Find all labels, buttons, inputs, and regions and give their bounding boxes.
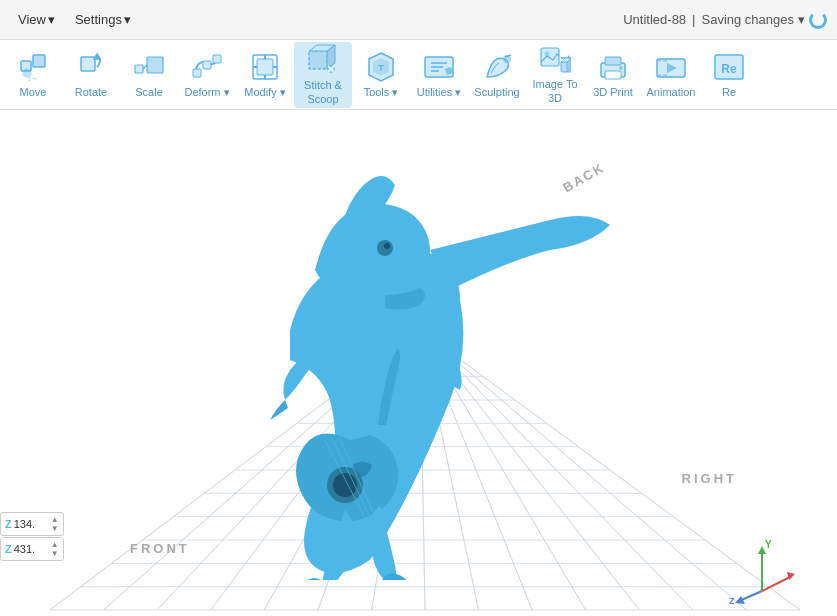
- tool-scale[interactable]: Scale: [120, 42, 178, 108]
- tools-label: Tools ▾: [364, 86, 399, 99]
- modify-icon: [248, 50, 282, 84]
- tool-rotate[interactable]: Rotate: [62, 42, 120, 108]
- z1-label: Z: [5, 518, 12, 530]
- animation-icon: [654, 50, 688, 84]
- svg-rect-10: [203, 61, 211, 69]
- saving-spinner: [809, 11, 827, 29]
- svg-rect-4: [81, 57, 95, 71]
- svg-rect-42: [605, 71, 621, 79]
- utilities-icon: [422, 50, 456, 84]
- move-label: Move: [20, 86, 47, 99]
- 3d-print-label: 3D Print: [593, 86, 633, 99]
- svg-rect-18: [309, 51, 327, 69]
- svg-rect-6: [135, 65, 143, 73]
- svg-point-43: [619, 66, 623, 70]
- svg-point-53: [384, 243, 390, 249]
- tools-icon: T: [364, 50, 398, 84]
- tool-sculpting[interactable]: Sculpting: [468, 42, 526, 108]
- tool-image-to-3d[interactable]: Image To 3D: [526, 42, 584, 108]
- z2-label: Z: [5, 543, 12, 555]
- 3d-print-icon: [596, 50, 630, 84]
- svg-point-55: [333, 473, 357, 497]
- axis-indicator: Y Z: [727, 536, 787, 596]
- stitch-icon: [306, 43, 340, 77]
- right-label: RIGHT: [682, 471, 737, 486]
- scale-label: Scale: [135, 86, 163, 99]
- svg-rect-7: [147, 57, 163, 73]
- svg-text:T: T: [378, 63, 384, 73]
- view-dropdown-icon: ▾: [48, 12, 55, 27]
- sculpting-icon: [480, 50, 514, 84]
- tool-move[interactable]: ↕↔ Move: [4, 42, 62, 108]
- svg-text:↕↔: ↕↔: [28, 75, 39, 82]
- move-icon: ↕↔: [16, 50, 50, 84]
- coord-z1[interactable]: Z ▲ ▼: [0, 512, 64, 536]
- settings-label: Settings: [75, 12, 122, 27]
- document-title-area: Untitled-88 | Saving changes ▾: [623, 11, 827, 29]
- settings-menu[interactable]: Settings ▾: [67, 8, 139, 31]
- utilities-label: Utilities ▾: [417, 86, 462, 99]
- svg-line-62: [762, 576, 792, 591]
- scale-icon: [132, 50, 166, 84]
- svg-marker-5: [94, 54, 100, 59]
- tool-3d-print[interactable]: 3D Print: [584, 42, 642, 108]
- stitch-label: Stitch & Scoop: [296, 79, 350, 105]
- svg-text:Y: Y: [765, 539, 772, 550]
- z1-input[interactable]: [14, 518, 49, 530]
- saving-dropdown-icon: ▾: [798, 12, 805, 27]
- tool-modify[interactable]: Modify ▾: [236, 42, 294, 108]
- svg-rect-49: [663, 74, 667, 77]
- image-to-3d-icon: [538, 44, 572, 76]
- view-label: View: [18, 12, 46, 27]
- z2-input[interactable]: [14, 543, 49, 555]
- saving-status[interactable]: Saving changes ▾: [701, 11, 827, 29]
- 3d-model: [130, 130, 630, 580]
- svg-rect-41: [605, 57, 621, 65]
- rotate-label: Rotate: [75, 86, 107, 99]
- deform-label: Deform ▾: [184, 86, 229, 99]
- rotate-icon: [74, 50, 108, 84]
- svg-rect-47: [663, 59, 667, 62]
- toolbar: ↕↔ Move Rotate: [0, 40, 837, 110]
- svg-rect-1: [33, 55, 45, 67]
- tool-tools[interactable]: T Tools ▾: [352, 42, 410, 108]
- viewport[interactable]: FRONT BACK RIGHT Y Z Z ▲ ▼ Z ▲: [0, 110, 837, 616]
- deform-icon: [190, 50, 224, 84]
- re-label: Re: [722, 86, 736, 99]
- tool-utilities[interactable]: Utilities ▾: [410, 42, 468, 108]
- svg-text:Z: Z: [729, 596, 735, 606]
- view-menu[interactable]: View ▾: [10, 8, 63, 31]
- tool-deform[interactable]: Deform ▾: [178, 42, 236, 108]
- tool-re[interactable]: Re Re: [700, 42, 758, 108]
- svg-rect-9: [193, 69, 201, 77]
- modify-label: Modify ▾: [244, 86, 285, 99]
- svg-rect-34: [541, 48, 559, 66]
- front-label: FRONT: [130, 541, 190, 556]
- title-separator: |: [692, 12, 695, 27]
- tool-animation[interactable]: Animation: [642, 42, 700, 108]
- re-icon: Re: [712, 50, 746, 84]
- z1-arrows[interactable]: ▲ ▼: [51, 515, 59, 533]
- settings-dropdown-icon: ▾: [124, 12, 131, 27]
- svg-text:Re: Re: [721, 62, 737, 76]
- document-title: Untitled-88: [623, 12, 686, 27]
- z2-arrows[interactable]: ▲ ▼: [51, 540, 59, 558]
- svg-rect-11: [213, 55, 221, 63]
- menu-bar: View ▾ Settings ▾ Untitled-88 | Saving c…: [0, 0, 837, 40]
- svg-rect-46: [657, 59, 661, 62]
- svg-rect-13: [257, 59, 273, 75]
- coord-z2[interactable]: Z ▲ ▼: [0, 537, 64, 561]
- tool-stitch[interactable]: Stitch & Scoop: [294, 42, 352, 108]
- saving-label: Saving changes: [701, 12, 794, 27]
- sculpting-label: Sculpting: [474, 86, 519, 99]
- image-to-3d-label: Image To 3D: [528, 78, 582, 104]
- svg-rect-48: [657, 74, 661, 77]
- animation-label: Animation: [647, 86, 696, 99]
- svg-line-8: [143, 65, 147, 69]
